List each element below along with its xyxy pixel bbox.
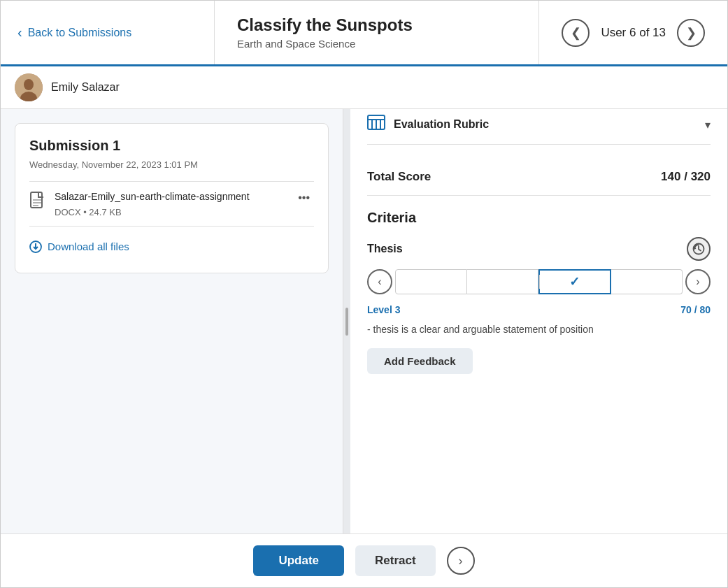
header-nav: ❮ User 6 of 13 ❯: [539, 1, 727, 64]
update-label: Update: [278, 554, 319, 567]
drag-handle-indicator: [345, 308, 348, 336]
header-title-section: Classify the Sunspots Earth and Space Sc…: [215, 1, 539, 64]
svg-point-1: [24, 79, 34, 90]
footer-next-icon: ›: [459, 554, 463, 568]
file-size: 24.7 KB: [89, 207, 121, 217]
submission-card: Submission 1 Wednesday, November 22, 202…: [15, 123, 329, 273]
footer-next-button[interactable]: ›: [447, 547, 475, 575]
level-divider-2: [539, 275, 540, 288]
footer: Update Retract ›: [1, 533, 727, 587]
user-counter: User 6 of 13: [601, 26, 666, 40]
add-feedback-button[interactable]: Add Feedback: [367, 348, 473, 374]
level-cell-3[interactable]: ✓: [538, 269, 612, 294]
retract-label: Retract: [375, 554, 416, 567]
assignment-subject: Earth and Space Science: [237, 38, 516, 50]
total-score-label: Total Score: [367, 170, 431, 184]
rubric-header: Evaluation Rubric ▾: [367, 109, 711, 145]
update-button[interactable]: Update: [253, 545, 344, 576]
file-row: Salazar-Emily_sun-earth-climate-assignme…: [29, 190, 314, 217]
level-info: Level 3 70 / 80: [367, 304, 711, 315]
file-info: Salazar-Emily_sun-earth-climate-assignme…: [55, 190, 285, 217]
rubric-chevron-icon: ▾: [705, 118, 711, 131]
header: ‹ Back to Submissions Classify the Sunsp…: [1, 1, 727, 66]
file-type: DOCX: [55, 207, 81, 217]
back-chevron-icon: ‹: [17, 24, 22, 41]
level-prev-button[interactable]: ‹: [367, 269, 392, 294]
file-meta: DOCX • 24.7 KB: [55, 207, 285, 217]
divider-1: [29, 181, 314, 182]
download-icon: [29, 241, 42, 253]
back-label: Back to Submissions: [28, 27, 132, 39]
criterion-name: Thesis: [367, 243, 403, 255]
level-cell-1[interactable]: [395, 269, 467, 294]
avatar-image: [15, 73, 43, 101]
rubric-icon: [367, 115, 385, 134]
right-scroll-area[interactable]: Evaluation Rubric ▾ Total Score 140 / 32…: [350, 109, 727, 533]
divider-2: [29, 226, 314, 227]
level-cell-2[interactable]: [467, 269, 538, 294]
next-icon: ❯: [686, 25, 697, 41]
level-cell-4[interactable]: [611, 269, 683, 294]
assignment-title: Classify the Sunspots: [237, 15, 516, 35]
rubric-label: Evaluation Rubric: [394, 118, 489, 131]
total-score-row: Total Score 140 / 320: [367, 159, 711, 196]
next-user-button[interactable]: ❯: [677, 19, 705, 47]
total-score-value: 140 / 320: [661, 170, 711, 184]
main-content: Submission 1 Wednesday, November 22, 202…: [1, 109, 727, 533]
file-name: Salazar-Emily_sun-earth-climate-assignme…: [55, 190, 285, 204]
file-menu-button[interactable]: •••: [294, 190, 314, 206]
user-name: Emily Salazar: [51, 81, 120, 94]
criterion-header: Thesis: [367, 237, 711, 261]
history-icon: [692, 243, 705, 255]
history-button[interactable]: [687, 237, 711, 261]
prev-user-button[interactable]: ❮: [562, 19, 590, 47]
file-icon: [29, 192, 46, 215]
download-all-files-button[interactable]: Download all files: [29, 235, 314, 259]
level-next-button[interactable]: ›: [685, 269, 711, 294]
level-description: - thesis is a clear and arguable stateme…: [367, 322, 711, 337]
submission-date: Wednesday, November 22, 2023 1:01 PM: [29, 159, 314, 170]
resize-handle[interactable]: [343, 109, 350, 533]
right-panel: Evaluation Rubric ▾ Total Score 140 / 32…: [350, 109, 727, 533]
checkmark-icon: ✓: [569, 274, 580, 289]
level-name: Level 3: [367, 304, 400, 315]
criterion-thesis: Thesis ‹: [367, 237, 711, 374]
download-label: Download all files: [48, 241, 129, 252]
level-selector: ‹ ✓: [367, 269, 711, 294]
prev-icon: ❮: [571, 25, 581, 41]
retract-button[interactable]: Retract: [355, 545, 436, 576]
app-container: ‹ Back to Submissions Classify the Sunsp…: [0, 0, 728, 588]
avatar: [15, 73, 43, 101]
user-bar: Emily Salazar: [1, 66, 727, 109]
level-options: ✓: [395, 269, 683, 294]
level-score: 70 / 80: [680, 304, 711, 315]
submission-title: Submission 1: [29, 138, 314, 154]
level-divider: [466, 275, 467, 289]
criteria-label: Criteria: [367, 210, 711, 226]
back-to-submissions-button[interactable]: ‹ Back to Submissions: [1, 1, 215, 64]
left-panel: Submission 1 Wednesday, November 22, 202…: [1, 109, 343, 533]
